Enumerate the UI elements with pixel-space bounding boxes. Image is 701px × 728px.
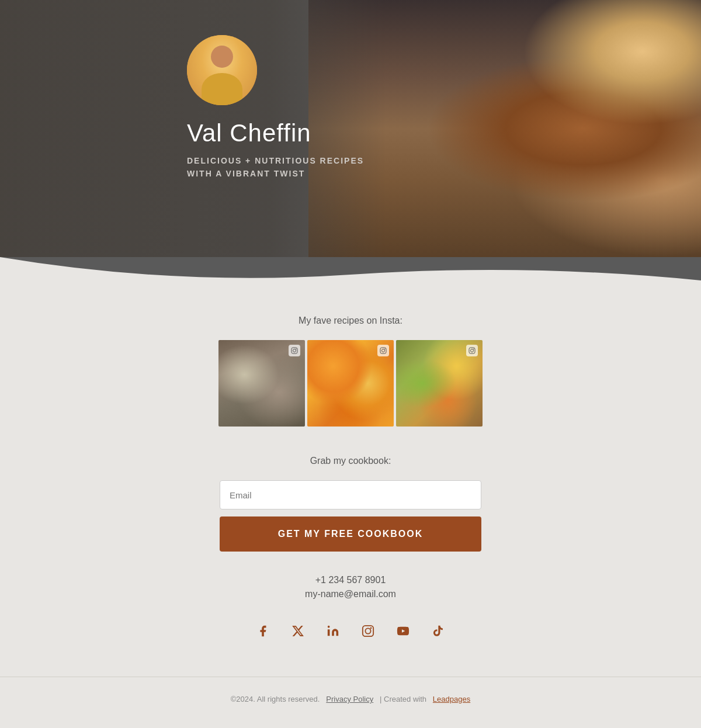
svg-point-8: [473, 349, 474, 350]
svg-point-9: [328, 626, 330, 628]
insta-photo-2[interactable]: [307, 340, 394, 427]
svg-rect-10: [363, 626, 373, 636]
copyright-text: ©2024. All rights reserved.: [231, 695, 320, 703]
hero-tagline: DELICIOUS + NUTRITIOUS RECIPES WITH A VI…: [187, 154, 701, 181]
svg-point-4: [382, 349, 385, 352]
email-input-wrapper: [0, 480, 701, 509]
hero-section: Val Cheffin DELICIOUS + NUTRITIOUS RECIP…: [0, 0, 701, 257]
facebook-icon[interactable]: [252, 620, 273, 642]
instagram-icon[interactable]: [358, 620, 379, 642]
insta-label: My fave recipes on Insta:: [0, 286, 701, 326]
footer-text: ©2024. All rights reserved. Privacy Poli…: [0, 695, 701, 703]
svg-point-7: [471, 349, 474, 352]
svg-point-2: [296, 349, 297, 350]
svg-rect-0: [291, 348, 297, 353]
svg-point-12: [370, 628, 372, 629]
main-content: My fave recipes on Insta: Grab my cookbo…: [0, 286, 701, 728]
hero-name: Val Cheffin: [187, 119, 701, 147]
footer: ©2024. All rights reserved. Privacy Poli…: [0, 677, 701, 721]
email-input[interactable]: [220, 480, 481, 509]
contact-email: my-name@email.com: [0, 589, 701, 599]
svg-rect-3: [380, 348, 386, 353]
svg-point-1: [293, 349, 296, 352]
get-cookbook-button[interactable]: GET MY FREE COOKBOOK: [220, 516, 481, 552]
youtube-icon[interactable]: [393, 620, 414, 642]
social-icons: [0, 620, 701, 642]
cookbook-label: Grab my cookbook:: [0, 456, 701, 466]
insta-icon-2: [377, 345, 389, 356]
wave-top: [0, 257, 701, 286]
svg-rect-6: [469, 348, 475, 353]
insta-photo-3[interactable]: [396, 340, 483, 427]
insta-grid: [0, 340, 701, 427]
insta-photo-1[interactable]: [218, 340, 305, 427]
avatar: [187, 35, 257, 105]
twitter-x-icon[interactable]: [287, 620, 308, 642]
avatar-image: [187, 35, 257, 105]
insta-icon-1: [289, 345, 300, 356]
leadpages-link[interactable]: Leadpages: [433, 695, 470, 703]
linkedin-icon[interactable]: [322, 620, 343, 642]
svg-point-5: [384, 349, 386, 350]
hero-content: Val Cheffin DELICIOUS + NUTRITIOUS RECIP…: [0, 0, 701, 181]
insta-icon-3: [466, 345, 478, 356]
cta-button-wrapper: GET MY FREE COOKBOOK: [0, 516, 701, 552]
privacy-policy-link[interactable]: Privacy Policy: [326, 695, 373, 703]
svg-point-11: [365, 628, 370, 633]
phone-number: +1 234 567 8901: [0, 575, 701, 585]
tiktok-icon[interactable]: [428, 620, 449, 642]
created-with-text: | Created with: [380, 695, 426, 703]
contact-info: +1 234 567 8901 my-name@email.com: [0, 575, 701, 599]
